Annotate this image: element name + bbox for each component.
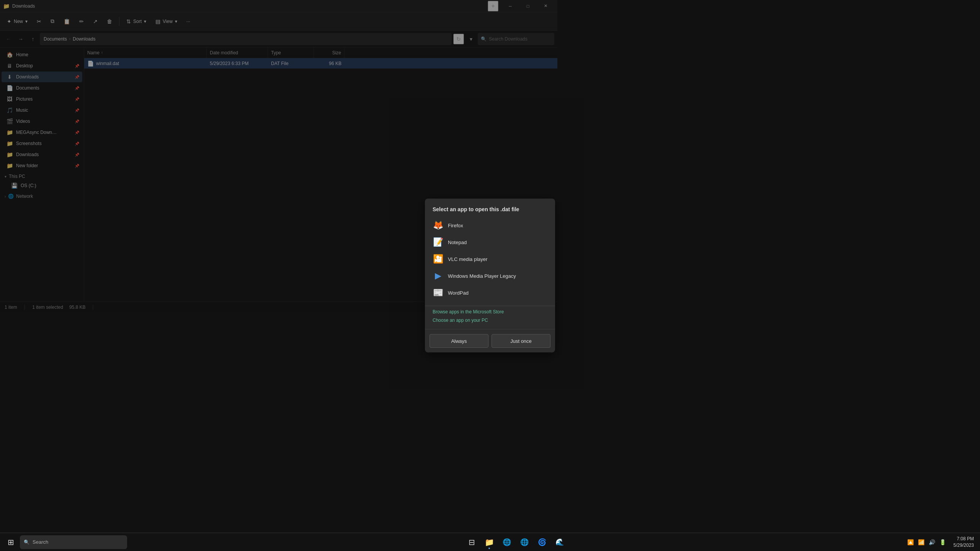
dialog-app-vlc[interactable]: 🎦 VLC media player [428, 251, 552, 267]
dialog-overlay: Select an app to open this .dat file 🦊 F… [0, 0, 557, 312]
browse-store-link[interactable]: Browse apps in the Microsoft Store [433, 309, 547, 312]
dialog-app-wmp[interactable]: ▶ Windows Media Player Legacy [428, 267, 552, 284]
dialog-app-list: 🦊 Firefox 📝 Notepad 🎦 VLC media player ▶… [425, 217, 555, 304]
dialog-divider [425, 306, 555, 306]
vlc-icon: 🎦 [433, 254, 443, 264]
firefox-icon: 🦊 [433, 220, 443, 231]
app-select-dialog: Select an app to open this .dat file 🦊 F… [425, 199, 555, 312]
dialog-app-wordpad[interactable]: 📰 WordPad [428, 284, 552, 301]
wmp-icon: ▶ [433, 271, 443, 281]
dialog-app-firefox[interactable]: 🦊 Firefox [428, 217, 552, 234]
wmp-label: Windows Media Player Legacy [448, 273, 516, 279]
wordpad-label: WordPad [448, 290, 469, 296]
dialog-links: Browse apps in the Microsoft Store Choos… [425, 308, 555, 312]
dialog-app-notepad[interactable]: 📝 Notepad [428, 234, 552, 251]
firefox-label: Firefox [448, 223, 463, 228]
notepad-label: Notepad [448, 240, 467, 245]
wordpad-icon: 📰 [433, 287, 443, 298]
dialog-title: Select an app to open this .dat file [425, 199, 555, 217]
vlc-label: VLC media player [448, 256, 487, 262]
notepad-icon: 📝 [433, 237, 443, 248]
